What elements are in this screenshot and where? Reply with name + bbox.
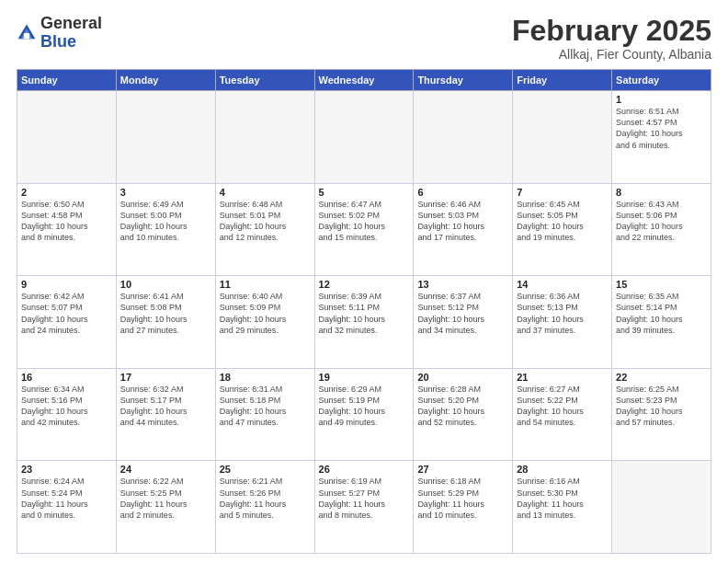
header: General Blue February 2025 Allkaj, Fier … — [17, 15, 711, 62]
week-row-1: 1Sunrise: 6:51 AM Sunset: 4:57 PM Daylig… — [17, 91, 711, 184]
day-info: Sunrise: 6:29 AM Sunset: 5:19 PM Dayligh… — [319, 384, 410, 429]
day-cell: 1Sunrise: 6:51 AM Sunset: 4:57 PM Daylig… — [612, 91, 711, 184]
day-number: 4 — [220, 187, 311, 198]
day-number: 5 — [319, 187, 410, 198]
day-cell — [314, 91, 414, 184]
day-cell: 24Sunrise: 6:22 AM Sunset: 5:25 PM Dayli… — [116, 461, 215, 554]
day-info: Sunrise: 6:36 AM Sunset: 5:13 PM Dayligh… — [517, 291, 608, 336]
day-cell: 7Sunrise: 6:45 AM Sunset: 5:05 PM Daylig… — [513, 183, 612, 276]
day-cell: 10Sunrise: 6:41 AM Sunset: 5:08 PM Dayli… — [116, 276, 215, 369]
day-info: Sunrise: 6:24 AM Sunset: 5:24 PM Dayligh… — [21, 476, 112, 521]
day-cell: 15Sunrise: 6:35 AM Sunset: 5:14 PM Dayli… — [612, 276, 711, 369]
day-info: Sunrise: 6:19 AM Sunset: 5:27 PM Dayligh… — [319, 476, 410, 521]
day-number: 9 — [21, 279, 112, 290]
day-cell: 4Sunrise: 6:48 AM Sunset: 5:01 PM Daylig… — [215, 183, 314, 276]
day-cell: 2Sunrise: 6:50 AM Sunset: 4:58 PM Daylig… — [17, 183, 117, 276]
weekday-friday: Friday — [513, 70, 612, 91]
day-cell: 11Sunrise: 6:40 AM Sunset: 5:09 PM Dayli… — [215, 276, 314, 369]
calendar-page: General Blue February 2025 Allkaj, Fier … — [0, 0, 728, 563]
week-row-2: 2Sunrise: 6:50 AM Sunset: 4:58 PM Daylig… — [17, 183, 711, 276]
day-info: Sunrise: 6:32 AM Sunset: 5:17 PM Dayligh… — [120, 384, 211, 429]
day-number: 18 — [220, 372, 311, 383]
day-cell — [116, 91, 215, 184]
day-cell: 20Sunrise: 6:28 AM Sunset: 5:20 PM Dayli… — [414, 368, 513, 461]
day-number: 15 — [616, 279, 707, 290]
day-cell — [513, 91, 612, 184]
day-cell: 5Sunrise: 6:47 AM Sunset: 5:02 PM Daylig… — [314, 183, 414, 276]
day-number: 28 — [517, 464, 608, 475]
day-number: 2 — [21, 187, 112, 198]
day-info: Sunrise: 6:41 AM Sunset: 5:08 PM Dayligh… — [120, 291, 211, 336]
logo-blue: Blue — [40, 32, 76, 51]
day-info: Sunrise: 6:43 AM Sunset: 5:06 PM Dayligh… — [616, 199, 707, 244]
day-cell: 13Sunrise: 6:37 AM Sunset: 5:12 PM Dayli… — [414, 276, 513, 369]
logo-general: General — [40, 14, 102, 32]
day-number: 3 — [120, 187, 211, 198]
week-row-5: 23Sunrise: 6:24 AM Sunset: 5:24 PM Dayli… — [17, 461, 711, 554]
day-cell: 14Sunrise: 6:36 AM Sunset: 5:13 PM Dayli… — [513, 276, 612, 369]
day-info: Sunrise: 6:42 AM Sunset: 5:07 PM Dayligh… — [21, 291, 112, 336]
calendar-table: SundayMondayTuesdayWednesdayThursdayFrid… — [17, 69, 711, 554]
day-info: Sunrise: 6:51 AM Sunset: 4:57 PM Dayligh… — [616, 106, 707, 151]
day-cell: 17Sunrise: 6:32 AM Sunset: 5:17 PM Dayli… — [116, 368, 215, 461]
day-cell: 26Sunrise: 6:19 AM Sunset: 5:27 PM Dayli… — [314, 461, 414, 554]
day-number: 21 — [517, 372, 608, 383]
svg-rect-2 — [24, 33, 29, 39]
day-cell: 6Sunrise: 6:46 AM Sunset: 5:03 PM Daylig… — [414, 183, 513, 276]
day-cell: 8Sunrise: 6:43 AM Sunset: 5:06 PM Daylig… — [612, 183, 711, 276]
calendar-subtitle: Allkaj, Fier County, Albania — [512, 47, 711, 62]
day-info: Sunrise: 6:25 AM Sunset: 5:23 PM Dayligh… — [616, 384, 707, 429]
weekday-saturday: Saturday — [612, 70, 711, 91]
day-number: 23 — [21, 464, 112, 475]
weekday-sunday: Sunday — [17, 70, 117, 91]
weekday-wednesday: Wednesday — [314, 70, 414, 91]
day-cell: 25Sunrise: 6:21 AM Sunset: 5:26 PM Dayli… — [215, 461, 314, 554]
day-number: 6 — [417, 187, 508, 198]
weekday-header-row: SundayMondayTuesdayWednesdayThursdayFrid… — [17, 70, 711, 91]
day-info: Sunrise: 6:22 AM Sunset: 5:25 PM Dayligh… — [120, 476, 211, 521]
weekday-monday: Monday — [116, 70, 215, 91]
day-info: Sunrise: 6:27 AM Sunset: 5:22 PM Dayligh… — [517, 384, 608, 429]
day-number: 26 — [319, 464, 410, 475]
day-number: 11 — [220, 279, 311, 290]
day-number: 27 — [417, 464, 508, 475]
weekday-thursday: Thursday — [414, 70, 513, 91]
weekday-tuesday: Tuesday — [215, 70, 314, 91]
title-block: February 2025 Allkaj, Fier County, Alban… — [512, 15, 711, 62]
day-number: 22 — [616, 372, 707, 383]
day-number: 12 — [319, 279, 410, 290]
day-number: 24 — [120, 464, 211, 475]
day-cell: 28Sunrise: 6:16 AM Sunset: 5:30 PM Dayli… — [513, 461, 612, 554]
day-cell: 18Sunrise: 6:31 AM Sunset: 5:18 PM Dayli… — [215, 368, 314, 461]
day-info: Sunrise: 6:28 AM Sunset: 5:20 PM Dayligh… — [417, 384, 508, 429]
day-cell: 12Sunrise: 6:39 AM Sunset: 5:11 PM Dayli… — [314, 276, 414, 369]
day-info: Sunrise: 6:34 AM Sunset: 5:16 PM Dayligh… — [21, 384, 112, 429]
day-cell: 9Sunrise: 6:42 AM Sunset: 5:07 PM Daylig… — [17, 276, 117, 369]
day-info: Sunrise: 6:50 AM Sunset: 4:58 PM Dayligh… — [21, 199, 112, 244]
day-cell: 21Sunrise: 6:27 AM Sunset: 5:22 PM Dayli… — [513, 368, 612, 461]
day-info: Sunrise: 6:40 AM Sunset: 5:09 PM Dayligh… — [220, 291, 311, 336]
day-info: Sunrise: 6:21 AM Sunset: 5:26 PM Dayligh… — [220, 476, 311, 521]
day-cell — [17, 91, 117, 184]
day-number: 10 — [120, 279, 211, 290]
day-number: 25 — [220, 464, 311, 475]
day-info: Sunrise: 6:35 AM Sunset: 5:14 PM Dayligh… — [616, 291, 707, 336]
day-info: Sunrise: 6:39 AM Sunset: 5:11 PM Dayligh… — [319, 291, 410, 336]
day-cell: 27Sunrise: 6:18 AM Sunset: 5:29 PM Dayli… — [414, 461, 513, 554]
day-info: Sunrise: 6:47 AM Sunset: 5:02 PM Dayligh… — [319, 199, 410, 244]
day-info: Sunrise: 6:46 AM Sunset: 5:03 PM Dayligh… — [417, 199, 508, 244]
day-info: Sunrise: 6:45 AM Sunset: 5:05 PM Dayligh… — [517, 199, 608, 244]
day-number: 16 — [21, 372, 112, 383]
day-cell: 22Sunrise: 6:25 AM Sunset: 5:23 PM Dayli… — [612, 368, 711, 461]
day-info: Sunrise: 6:31 AM Sunset: 5:18 PM Dayligh… — [220, 384, 311, 429]
day-info: Sunrise: 6:16 AM Sunset: 5:30 PM Dayligh… — [517, 476, 608, 521]
day-cell — [414, 91, 513, 184]
day-number: 8 — [616, 187, 707, 198]
calendar-title: February 2025 — [512, 15, 711, 47]
day-cell — [215, 91, 314, 184]
day-cell: 16Sunrise: 6:34 AM Sunset: 5:16 PM Dayli… — [17, 368, 117, 461]
day-number: 19 — [319, 372, 410, 383]
day-info: Sunrise: 6:48 AM Sunset: 5:01 PM Dayligh… — [220, 199, 311, 244]
day-cell — [612, 461, 711, 554]
day-cell: 3Sunrise: 6:49 AM Sunset: 5:00 PM Daylig… — [116, 183, 215, 276]
